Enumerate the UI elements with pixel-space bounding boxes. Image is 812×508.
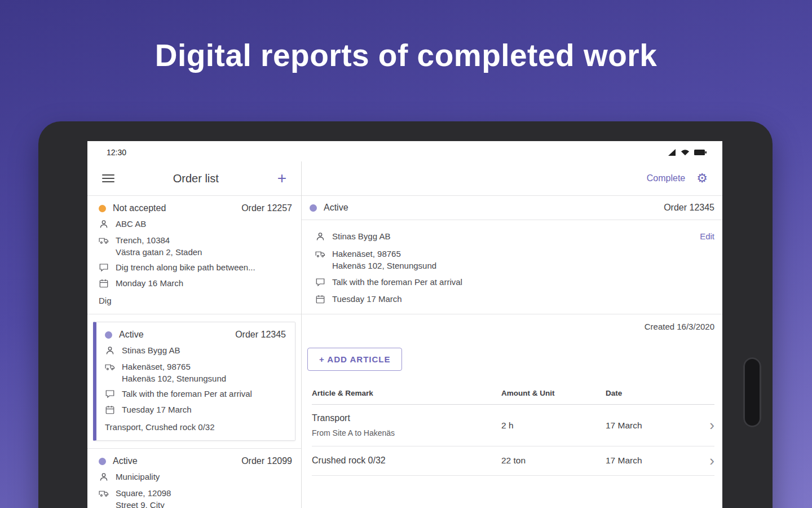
detail-status-row: Active Order 12345 bbox=[302, 195, 722, 220]
detail-note: Talk with the foreman Per at arrival bbox=[332, 277, 462, 288]
article-date: 17 March bbox=[606, 456, 699, 466]
page-title: Digital reports of completed work bbox=[0, 37, 812, 73]
location-line1: Trench, 10384 bbox=[116, 235, 170, 246]
battery-icon bbox=[694, 149, 707, 156]
person-icon bbox=[315, 231, 325, 242]
add-article-button[interactable]: + ADD ARTICLE bbox=[307, 348, 402, 371]
order-detail-panel: Complete ⚙ Active Order 12345 Stinas Byg… bbox=[302, 161, 722, 508]
detail-customer: Stinas Bygg AB bbox=[332, 231, 390, 242]
status-dot bbox=[99, 458, 106, 465]
detail-location-line1: Hakenäset, 98765 bbox=[332, 249, 401, 260]
order-status: Active bbox=[119, 330, 144, 340]
settings-gear-icon[interactable]: ⚙ bbox=[696, 172, 708, 185]
location-line2: Västra gatan 2, Staden bbox=[116, 247, 292, 257]
truck-icon bbox=[315, 249, 325, 259]
location-line1: Hakenäset, 98765 bbox=[122, 362, 191, 373]
person-icon bbox=[99, 472, 109, 482]
location-line2: Hakenäs 102, Stenungsund bbox=[122, 374, 286, 383]
comment-icon bbox=[315, 277, 325, 287]
created-timestamp: Created 16/3/2020 bbox=[302, 314, 722, 339]
order-list-panel: Order list + Not accepted Order 12257 AB… bbox=[87, 161, 302, 508]
calendar-icon bbox=[99, 278, 109, 288]
column-header-amount: Amount & Unit bbox=[501, 389, 606, 397]
comment-icon bbox=[105, 389, 115, 399]
status-dot bbox=[99, 205, 106, 212]
edit-button[interactable]: Edit bbox=[700, 231, 714, 242]
article-remark: From Site A to Hakenäs bbox=[312, 428, 501, 437]
status-dot bbox=[310, 204, 317, 212]
detail-info-block: Stinas Bygg AB Edit Hakenäset, 98765 Hak… bbox=[302, 220, 722, 314]
calendar-icon bbox=[315, 294, 325, 304]
order-number: Order 12345 bbox=[235, 330, 286, 340]
order-articles-summary: Transport, Crushed rock 0/32 bbox=[105, 422, 286, 432]
order-card[interactable]: Active Order 12099 Municipality Square, … bbox=[87, 448, 301, 508]
detail-toolbar: Complete ⚙ bbox=[302, 161, 722, 195]
chevron-right-icon: › bbox=[699, 455, 714, 467]
location-line2: Street 9, City bbox=[116, 500, 292, 508]
article-row[interactable]: Transport From Site A to Hakenäs 2 h 17 … bbox=[312, 405, 714, 446]
clock: 12:30 bbox=[107, 148, 126, 157]
article-table: Article & Remark Amount & Unit Date Tran… bbox=[312, 384, 714, 476]
order-date: Monday 16 March bbox=[116, 278, 183, 289]
order-status: Not accepted bbox=[113, 203, 166, 213]
tablet-camera bbox=[743, 357, 761, 427]
article-name: Transport bbox=[312, 413, 501, 423]
truck-icon bbox=[105, 362, 115, 372]
calendar-icon bbox=[105, 405, 115, 415]
signal-icon bbox=[667, 148, 676, 156]
article-name: Crushed rock 0/32 bbox=[312, 456, 501, 466]
add-order-button[interactable]: + bbox=[277, 170, 286, 186]
customer-name: Stinas Bygg AB bbox=[122, 345, 180, 356]
order-number: Order 12099 bbox=[241, 456, 292, 466]
article-row[interactable]: Crushed rock 0/32 22 ton 17 March › bbox=[312, 446, 714, 476]
order-card-selected[interactable]: Active Order 12345 Stinas Bygg AB Hakenä… bbox=[93, 322, 295, 441]
order-number: Order 12257 bbox=[241, 203, 292, 213]
article-amount: 2 h bbox=[501, 421, 606, 431]
detail-date: Tuesday 17 March bbox=[332, 294, 402, 305]
location-line1: Square, 12098 bbox=[116, 488, 171, 499]
truck-icon bbox=[99, 488, 109, 498]
order-card[interactable]: Not accepted Order 12257 ABC AB Trench, … bbox=[87, 195, 301, 314]
article-amount: 22 ton bbox=[501, 456, 606, 466]
customer-name: Municipality bbox=[116, 472, 160, 483]
column-header-article: Article & Remark bbox=[312, 389, 501, 397]
article-date: 17 March bbox=[606, 421, 699, 431]
order-list-title: Order list bbox=[114, 172, 277, 185]
status-bar: 12:30 bbox=[87, 141, 722, 161]
order-note: Talk with the foreman Per at arrival bbox=[122, 389, 252, 400]
person-icon bbox=[105, 345, 115, 356]
truck-icon bbox=[99, 235, 109, 246]
order-note: Dig trench along bike path between... bbox=[116, 262, 255, 273]
menu-icon[interactable] bbox=[102, 172, 114, 185]
customer-name: ABC AB bbox=[116, 219, 146, 230]
app-screen: 12:30 Order list + Not accep bbox=[87, 141, 722, 508]
column-header-date: Date bbox=[606, 389, 699, 397]
detail-location-line2: Hakenäs 102, Stenungsund bbox=[332, 261, 714, 270]
order-date: Tuesday 17 March bbox=[122, 405, 192, 415]
tablet-frame: 12:30 Order list + Not accep bbox=[38, 121, 773, 508]
order-status: Active bbox=[113, 456, 138, 466]
detail-status: Active bbox=[324, 203, 348, 213]
wifi-icon bbox=[680, 148, 690, 156]
article-table-header: Article & Remark Amount & Unit Date bbox=[312, 384, 714, 405]
order-list-header: Order list + bbox=[87, 161, 301, 195]
comment-icon bbox=[99, 262, 109, 273]
chevron-right-icon: › bbox=[699, 419, 714, 431]
order-articles-summary: Dig bbox=[99, 296, 292, 305]
person-icon bbox=[99, 219, 109, 229]
complete-button[interactable]: Complete bbox=[647, 173, 685, 183]
status-dot bbox=[105, 331, 112, 339]
detail-order-number: Order 12345 bbox=[664, 203, 714, 213]
